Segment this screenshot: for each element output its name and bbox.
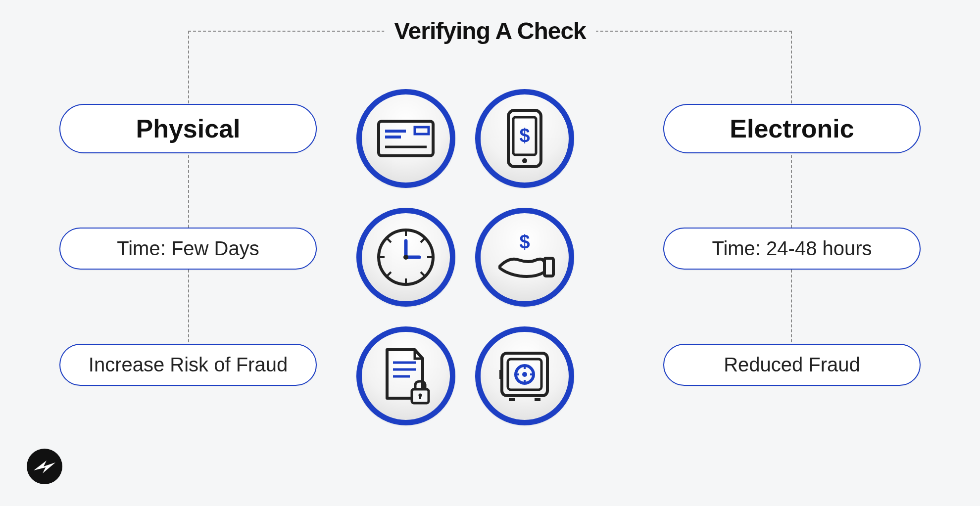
dashed-right-line (791, 31, 792, 347)
svg-point-32 (522, 372, 527, 377)
svg-line-17 (421, 239, 424, 242)
svg-point-20 (403, 255, 408, 260)
right-fraud-pill: Reduced Fraud (663, 344, 921, 386)
page-title: Verifying A Check (384, 17, 596, 45)
svg-line-14 (388, 239, 391, 242)
phone-dollar-icon: $ (475, 89, 574, 188)
left-header-pill: Physical (59, 104, 317, 153)
clock-icon (356, 208, 455, 307)
svg-text:$: $ (519, 125, 530, 146)
safe-icon (475, 326, 574, 425)
document-lock-icon (356, 326, 455, 425)
brand-logo-icon (25, 447, 64, 486)
svg-text:$: $ (519, 231, 530, 252)
left-time-pill: Time: Few Days (59, 228, 317, 270)
diagram-container: Verifying A Check Physical Time: Few Day… (0, 0, 980, 506)
svg-rect-3 (415, 127, 429, 134)
check-icon (356, 89, 455, 188)
svg-rect-22 (544, 258, 553, 276)
svg-line-16 (388, 272, 391, 276)
right-time-pill: Time: 24-48 hours (663, 228, 921, 270)
svg-line-15 (421, 272, 424, 276)
right-header-pill: Electronic (663, 104, 921, 153)
dashed-left-line (188, 31, 189, 347)
hand-dollar-icon: $ (475, 208, 574, 307)
left-fraud-pill: Increase Risk of Fraud (59, 344, 317, 386)
svg-point-7 (522, 158, 527, 163)
